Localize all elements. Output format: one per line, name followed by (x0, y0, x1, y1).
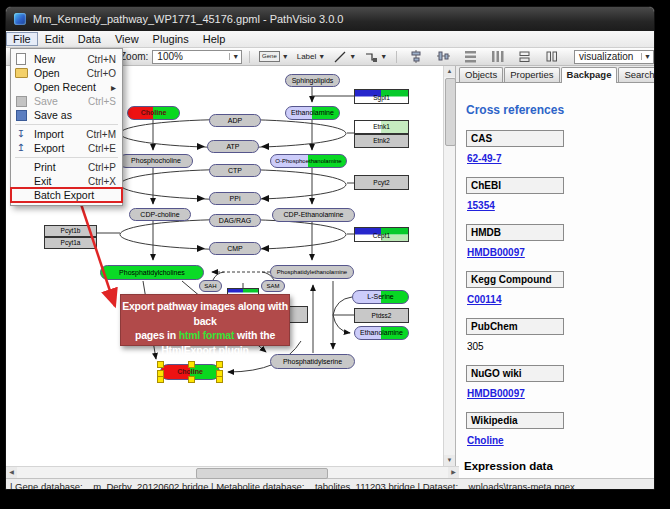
datanode-button[interactable]: Gene ▼ (257, 50, 291, 63)
gene-ptdss2[interactable]: Ptdss2 (354, 308, 409, 323)
connector-icon (364, 50, 378, 63)
distribute-horizontal-icon[interactable] (491, 50, 504, 63)
chevron-down-icon: ▼ (229, 53, 239, 60)
node-choline-selected[interactable]: Choline (160, 364, 220, 380)
selection-handle[interactable] (216, 361, 223, 368)
node-ethanolamine[interactable]: Ethanolamine (285, 106, 340, 120)
selection-handle[interactable] (157, 376, 164, 383)
file-menu-export[interactable]: ↥ ExportCtrl+E (11, 141, 122, 155)
gene-box-partial[interactable] (288, 306, 308, 323)
file-menu-exit[interactable]: ExitCtrl+X (11, 174, 122, 188)
node-sah[interactable]: SAH (199, 280, 222, 292)
xref-link[interactable]: Choline (467, 435, 654, 446)
selection-handle[interactable] (157, 361, 164, 368)
tab-backpage[interactable]: Backpage (561, 67, 618, 83)
import-icon: ↧ (14, 128, 28, 140)
node-adp[interactable]: ADP (209, 114, 261, 127)
align-center-y-icon[interactable] (437, 50, 450, 63)
xref-source-name: Kegg Compound (466, 271, 564, 288)
node-phosphatidylcholines[interactable]: Phosphatidylcholines (100, 265, 204, 280)
tab-objects[interactable]: Objects (459, 67, 503, 82)
app-window: Mm_Kennedy_pathway_WP1771_45176.gpml - P… (5, 6, 655, 490)
node-cdp-choline[interactable]: CDP-choline (129, 208, 191, 221)
open-folder-icon (14, 67, 28, 79)
backpage-panel[interactable]: Cross references CAS 62-49-7 ChEBI 15354… (456, 82, 654, 478)
chevron-down-icon: ▼ (349, 53, 356, 60)
gene-sgpl1[interactable]: Sgpl1 (354, 89, 409, 104)
xref-section-nugo: NuGO wiki HMDB00097 (466, 365, 654, 399)
node-l-serine[interactable]: L-Serine (352, 290, 409, 304)
node-cdp-ethanolamine[interactable]: CDP-Ethanolamine (272, 208, 355, 222)
node-ppi[interactable]: PPi (209, 192, 261, 205)
callout-line3: HtmlExport plugin (121, 343, 289, 358)
file-menu-open-recent[interactable]: Open Recent▸ (11, 80, 122, 94)
menu-data[interactable]: Data (71, 32, 108, 46)
zoom-value: 100% (157, 51, 183, 62)
file-menu-batch-export[interactable]: Batch Export (11, 188, 122, 202)
gene-etnk1[interactable]: Etnk1 (354, 120, 409, 134)
selection-handle[interactable] (216, 376, 223, 383)
visualization-combobox[interactable]: visualization ▼ (574, 50, 654, 64)
label-button[interactable]: Label ▼ (295, 50, 328, 63)
node-phosphatidylethanolamine[interactable]: Phosphatidylethanolamine (270, 265, 354, 279)
node-sphingolipids[interactable]: Sphingolipids (285, 74, 340, 87)
gene-pcyt1a[interactable]: Pcyt1a (44, 237, 97, 249)
xref-section-chebi: ChEBI 15354 (466, 177, 654, 211)
tab-properties[interactable]: Properties (504, 67, 559, 82)
xref-link[interactable]: HMDB00097 (467, 388, 654, 399)
stack-horizontal-icon[interactable] (545, 50, 558, 63)
menu-view[interactable]: View (108, 32, 146, 46)
file-menu-new[interactable]: NewCtrl+N (11, 52, 122, 66)
menu-help[interactable]: Help (196, 32, 233, 46)
menu-plugins[interactable]: Plugins (146, 32, 196, 46)
menu-file[interactable]: File (6, 32, 38, 46)
file-menu-save-as[interactable]: Save as (11, 108, 122, 122)
line-tool-button[interactable]: ▼ (331, 50, 358, 63)
selection-handle[interactable] (188, 361, 195, 368)
tab-search[interactable]: Search (618, 67, 655, 82)
horizontal-scrollbar[interactable]: ◀ ▶ (6, 466, 459, 478)
xref-section-pubchem: PubChem 305 (466, 318, 654, 352)
align-center-x-icon[interactable] (410, 50, 423, 63)
node-o-phosphoethanolamine[interactable]: O-Phosphoethanolamine (270, 154, 347, 168)
xref-link[interactable]: HMDB00097 (467, 247, 654, 258)
xref-link[interactable]: 62-49-7 (467, 153, 654, 164)
scroll-right-icon[interactable]: ▶ (448, 467, 459, 478)
save-as-icon (14, 109, 28, 121)
selection-handle[interactable] (188, 376, 195, 383)
node-dag[interactable]: DAG/RAG (209, 214, 261, 227)
node-ctp[interactable]: CTP (209, 164, 261, 177)
chevron-down-icon: ▼ (641, 53, 651, 60)
node-phosphocholine[interactable]: Phosphocholine (119, 154, 193, 168)
zoom-combobox[interactable]: 100% ▼ (152, 50, 242, 64)
xref-link[interactable]: C00114 (467, 294, 654, 305)
node-sam[interactable]: SAM (261, 280, 285, 292)
node-choline[interactable]: Choline (127, 106, 180, 120)
gene-pcyt2[interactable]: Pcyt2 (354, 175, 409, 190)
toolbar-separator (249, 51, 250, 63)
title-bar[interactable]: Mm_Kennedy_pathway_WP1771_45176.gpml - P… (6, 7, 654, 31)
file-menu-open[interactable]: OpenCtrl+O (11, 66, 122, 80)
stack-vertical-icon[interactable] (518, 50, 531, 63)
gene-etnk2[interactable]: Etnk2 (354, 134, 409, 148)
file-menu-import[interactable]: ↧ ImportCtrl+M (11, 127, 122, 141)
toolbar-separator (396, 51, 397, 63)
status-text: | Gene database: ...m_Derby_20120602.bri… (10, 481, 575, 490)
gene-pcyt1b[interactable]: Pcyt1b (44, 225, 97, 237)
connector-tool-button[interactable]: ▼ (362, 50, 389, 63)
line-icon (333, 50, 347, 63)
horizontal-scroll-thumb[interactable] (196, 468, 328, 479)
visualization-value: visualization (579, 51, 633, 62)
distribute-vertical-icon[interactable] (464, 50, 477, 63)
node-ethanolamine-2[interactable]: Ethanolamine (354, 326, 409, 340)
gene-cept1[interactable]: Cept1 (354, 227, 409, 242)
xref-link[interactable]: 15354 (467, 200, 654, 211)
file-menu-save[interactable]: SaveCtrl+S (11, 94, 122, 108)
file-menu-print[interactable]: PrintCtrl+P (11, 160, 122, 174)
menu-edit[interactable]: Edit (38, 32, 71, 46)
node-cmp[interactable]: CMP (209, 242, 261, 255)
cross-references-heading: Cross references (466, 103, 654, 117)
xref-source-name: Wikipedia (466, 412, 564, 429)
scroll-left-icon[interactable]: ◀ (6, 467, 17, 478)
node-atp[interactable]: ATP (207, 140, 259, 153)
